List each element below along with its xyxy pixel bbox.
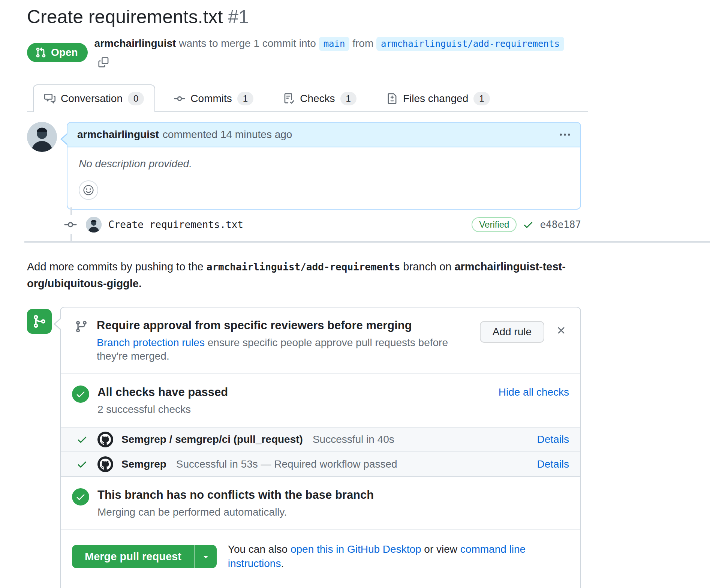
tab-conversation[interactable]: Conversation 0 xyxy=(33,84,155,112)
github-desktop-link[interactable]: open this in GitHub Desktop xyxy=(291,543,421,555)
tab-conversation-label: Conversation xyxy=(61,92,123,105)
pr-description-comment: armchairlinguist commented 14 minutes ag… xyxy=(27,122,581,210)
commit-right-meta: Verified e48e187 xyxy=(472,217,581,232)
check-status: Successful in 53s — Required workflow pa… xyxy=(176,458,397,470)
pr-state-badge: Open xyxy=(27,43,88,62)
conflicts-text: This branch has no conflicts with the ba… xyxy=(97,488,569,519)
commit-timeline: Create requirements.txt Verified e48e187 xyxy=(27,210,581,241)
check-row-semgrep-ci: Semgrep / semgrep/ci (pull_request) Succ… xyxy=(61,428,580,452)
copy-branch-icon[interactable] xyxy=(98,57,109,68)
from-text: from xyxy=(352,38,373,49)
triangle-down-icon xyxy=(201,552,211,561)
pr-tabnav: Conversation 0 Commits 1 Checks 1 xyxy=(27,84,588,112)
check-details-link[interactable]: Details xyxy=(529,458,569,470)
pr-meta-description: armchairlinguist wants to merge 1 commit… xyxy=(94,34,581,70)
tab-checks-count: 1 xyxy=(340,92,356,105)
comment-body: No description provided. xyxy=(67,147,580,209)
pr-timeline: armchairlinguist commented 14 minutes ag… xyxy=(27,122,581,241)
check-row-semgrep: Semgrep Successful in 53s — Required wor… xyxy=(61,452,580,477)
comment-text: No description provided. xyxy=(79,157,569,171)
commit-sha-link[interactable]: e48e187 xyxy=(540,219,581,230)
merge-pull-request-button[interactable]: Merge pull request xyxy=(72,545,194,568)
conflicts-subtitle: Merging can be performed automatically. xyxy=(97,506,569,519)
timeline-divider xyxy=(24,241,710,243)
branch-protection-title: Require approval from specific reviewers… xyxy=(97,318,471,333)
push-note-period: . xyxy=(139,278,142,290)
tab-commits[interactable]: Commits 1 xyxy=(163,84,265,112)
commit-success-check-icon xyxy=(523,219,534,230)
pr-title-text: Create requirements.txt xyxy=(27,6,223,27)
merge-note: You can also open this in GitHub Desktop… xyxy=(228,542,569,571)
branch-protection-description: Branch protection rules ensure specific … xyxy=(97,336,471,363)
github-mark-icon xyxy=(97,432,113,447)
tab-checks-label: Checks xyxy=(300,92,335,105)
merge-action-section: Merge pull request You can also open thi… xyxy=(61,530,580,588)
head-branch-label[interactable]: armchairlinguist/add-requirements xyxy=(376,37,564,51)
pr-author[interactable]: armchairlinguist xyxy=(94,38,176,49)
push-note-branch: armchairlinguist/add-requirements xyxy=(207,261,400,273)
branch-protection-section: Require approval from specific reviewers… xyxy=(61,308,580,374)
conflicts-section: This branch has no conflicts with the ba… xyxy=(61,477,580,530)
avatar[interactable] xyxy=(27,122,57,152)
add-reaction-button[interactable] xyxy=(79,180,98,200)
merge-options-dropdown[interactable] xyxy=(194,545,217,568)
page-title: Create requirements.txt #1 xyxy=(27,5,581,28)
check-details-link[interactable]: Details xyxy=(529,434,569,446)
pull-request-page: Create requirements.txt #1 Open armchair… xyxy=(0,0,710,588)
comment-header: armchairlinguist commented 14 minutes ag… xyxy=(67,123,580,147)
check-name: Semgrep / semgrep/ci (pull_request) xyxy=(121,434,303,446)
checklist-icon xyxy=(283,93,295,104)
comment-author[interactable]: armchairlinguist xyxy=(77,128,159,141)
tab-commits-label: Commits xyxy=(190,92,232,105)
add-rule-button[interactable]: Add rule xyxy=(480,321,544,343)
smiley-icon xyxy=(83,184,94,196)
push-note-text-1: Add more commits by pushing to the xyxy=(27,261,204,273)
push-note-text-2: branch on xyxy=(403,261,451,273)
base-branch-label[interactable]: main xyxy=(319,37,350,51)
merge-button-group: Merge pull request xyxy=(72,545,217,568)
commit-message-link[interactable]: Create requirements.txt xyxy=(108,219,243,230)
git-merge-icon xyxy=(27,309,52,334)
close-icon[interactable] xyxy=(556,325,567,336)
checks-passed-icon xyxy=(72,386,89,403)
branch-protection-text: Require approval from specific reviewers… xyxy=(97,318,471,363)
conflicts-title: This branch has no conflicts with the ba… xyxy=(97,488,569,502)
hide-all-checks-link[interactable]: Hide all checks xyxy=(499,386,569,398)
merge-area: Require approval from specific reviewers… xyxy=(27,307,710,588)
tab-files-changed-label: Files changed xyxy=(403,92,468,105)
success-check-icon xyxy=(76,459,88,470)
branch-protection-link[interactable]: Branch protection rules xyxy=(97,337,205,348)
pr-number: #1 xyxy=(228,6,249,27)
tab-conversation-count: 0 xyxy=(128,92,144,105)
comment-timestamp: commented 14 minutes ago xyxy=(163,128,292,141)
file-diff-icon xyxy=(386,93,398,104)
git-commit-icon xyxy=(174,93,185,104)
kebab-icon[interactable] xyxy=(559,129,571,140)
github-mark-icon xyxy=(97,456,113,472)
tab-files-changed[interactable]: Files changed 1 xyxy=(375,84,501,112)
commit-author-avatar[interactable] xyxy=(86,217,102,232)
comment-discussion-icon xyxy=(44,93,55,104)
checks-summary-subtitle: 2 successful checks xyxy=(97,403,499,416)
merge-note-text-1: You can also xyxy=(228,543,288,555)
verified-badge[interactable]: Verified xyxy=(472,217,517,232)
commit-row: Create requirements.txt Verified e48e187 xyxy=(27,215,581,234)
merge-note-period: . xyxy=(281,558,284,569)
checks-summary-title: All checks have passed xyxy=(97,385,499,400)
pr-action-text: wants to merge 1 commit into xyxy=(179,38,316,49)
pr-meta: Open armchairlinguist wants to merge 1 c… xyxy=(27,34,581,70)
tab-commits-count: 1 xyxy=(237,92,253,105)
merge-box: Require approval from specific reviewers… xyxy=(60,307,581,588)
tab-checks[interactable]: Checks 1 xyxy=(272,84,368,112)
checks-summary-section: All checks have passed 2 successful chec… xyxy=(61,374,580,428)
git-commit-node-icon xyxy=(64,215,77,234)
git-branch-icon xyxy=(75,320,88,333)
git-pull-request-icon xyxy=(35,47,46,58)
check-name: Semgrep xyxy=(121,458,166,470)
checks-summary-text: All checks have passed 2 successful chec… xyxy=(97,385,499,416)
merge-note-text-2: or view xyxy=(424,543,457,555)
pr-state-label: Open xyxy=(51,47,78,58)
tab-files-changed-count: 1 xyxy=(473,92,490,105)
success-check-icon xyxy=(76,434,88,445)
check-status: Successful in 40s xyxy=(313,434,394,446)
